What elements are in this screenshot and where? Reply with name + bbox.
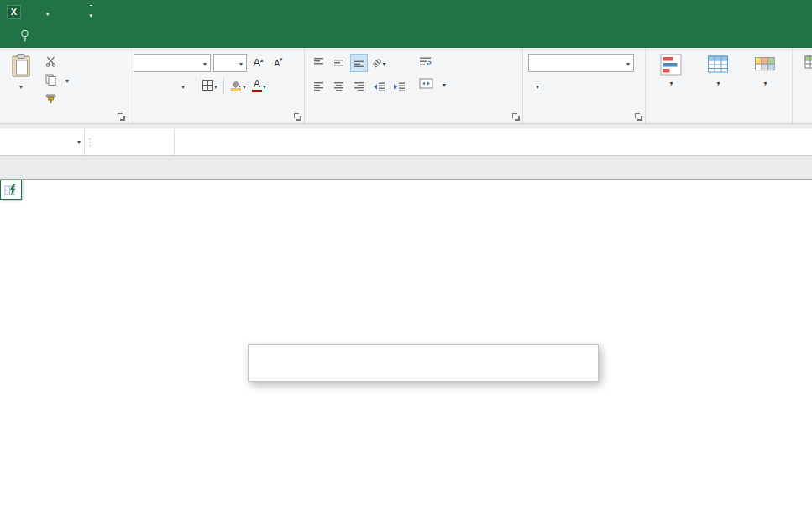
chevron-down-icon: [90, 8, 93, 19]
wrap-text-icon: [419, 56, 432, 67]
number-format-combobox[interactable]: [528, 54, 634, 72]
font-size-combobox[interactable]: [213, 54, 247, 72]
decrease-font-icon: [274, 56, 282, 68]
underline-button[interactable]: [174, 76, 191, 95]
increase-font-size-button[interactable]: [249, 54, 267, 72]
align-right-button[interactable]: [350, 78, 368, 96]
quick-access-toolbar: [7, 0, 92, 23]
decrease-indent-button[interactable]: [370, 78, 388, 96]
decrease-decimal-button[interactable]: [609, 76, 626, 95]
ribbon: [0, 48, 812, 124]
insert-cells-button[interactable]: [794, 50, 812, 76]
top-align-button[interactable]: [310, 54, 327, 72]
top-align-icon: [312, 57, 325, 68]
alignment-dialog-launcher[interactable]: [511, 112, 521, 122]
format-as-table-button[interactable]: [694, 50, 741, 88]
bold-button[interactable]: [134, 76, 151, 95]
paste-dropdown-arrow-icon: [18, 81, 23, 91]
customize-quick-access-button[interactable]: [90, 5, 93, 19]
cut-button[interactable]: [42, 52, 72, 70]
middle-align-icon: [333, 57, 345, 68]
clipboard-group: [0, 48, 128, 123]
cells-group-partial: [793, 48, 812, 123]
column-headers: [0, 163, 812, 180]
separator: [196, 77, 196, 94]
font-name-combobox[interactable]: [134, 54, 211, 72]
align-left-icon: [312, 81, 325, 92]
formula-grid-gap: [0, 156, 812, 163]
cell-styles-button[interactable]: [741, 50, 788, 88]
align-center-button[interactable]: [330, 78, 348, 96]
excel-app-icon[interactable]: [7, 5, 21, 19]
clipboard-dialog-launcher[interactable]: [117, 112, 126, 122]
bottom-align-icon: [353, 57, 365, 68]
chevron-down-icon: [77, 128, 81, 155]
align-left-button[interactable]: [310, 78, 327, 96]
chevron-down-icon: [535, 80, 539, 91]
lightbulb-icon: [20, 29, 29, 42]
chevron-down-icon: [668, 77, 673, 88]
font-group: [128, 48, 305, 123]
titlebar: [0, 0, 812, 23]
increase-decimal-button[interactable]: [589, 76, 606, 95]
formula-bar-resize-handle[interactable]: [84, 128, 95, 155]
format-as-table-icon: [707, 54, 729, 76]
percent-style-button[interactable]: [548, 76, 566, 95]
orientation-button[interactable]: [370, 54, 388, 72]
tell-me-box[interactable]: [20, 23, 35, 48]
conditional-formatting-button[interactable]: [647, 50, 694, 88]
merge-center-button[interactable]: [416, 73, 449, 94]
number-dialog-launcher[interactable]: [634, 112, 643, 122]
increase-font-icon: [253, 56, 263, 69]
format-painter-icon: [45, 93, 57, 104]
quick-analysis-button[interactable]: [0, 180, 22, 200]
chevron-down-icon: [442, 79, 446, 89]
spreadsheet: [0, 163, 812, 516]
comma-style-button[interactable]: [568, 76, 586, 95]
separator: [223, 77, 224, 94]
redo-button[interactable]: [45, 6, 50, 18]
bottom-align-button[interactable]: [350, 54, 368, 72]
decrease-indent-icon: [373, 81, 385, 92]
fill-color-button[interactable]: [228, 76, 248, 95]
number-group: [523, 48, 646, 123]
chevron-down-icon: [623, 57, 633, 69]
accounting-format-button[interactable]: [528, 76, 546, 95]
styles-group: [646, 48, 793, 123]
name-box[interactable]: [0, 128, 84, 155]
ribbon-tab-bar: [0, 23, 812, 48]
window-title: [0, 0, 812, 23]
copy-icon: [45, 74, 56, 86]
middle-align-button[interactable]: [330, 54, 348, 72]
chevron-down-icon: [262, 80, 266, 91]
chevron-down-icon: [181, 80, 185, 91]
chevron-down-icon: [213, 80, 217, 91]
font-dialog-launcher[interactable]: [293, 112, 302, 122]
insert-cells-icon: [804, 53, 812, 73]
excel-window: [0, 0, 812, 516]
chevron-down-icon: [762, 77, 767, 88]
font-color-button[interactable]: [250, 76, 268, 95]
copy-dropdown-arrow-icon: [65, 75, 69, 85]
decrease-font-size-button[interactable]: [270, 54, 287, 72]
merge-center-icon: [419, 78, 433, 89]
paste-button[interactable]: [2, 50, 39, 107]
italic-button[interactable]: [154, 76, 171, 95]
borders-icon: [202, 80, 213, 91]
increase-indent-button[interactable]: [390, 78, 408, 96]
wrap-text-button[interactable]: [416, 51, 449, 72]
fill-color-icon: [230, 80, 242, 91]
redo-dropdown-arrow-icon: [46, 6, 50, 18]
conditional-formatting-icon: [660, 54, 682, 76]
align-center-icon: [333, 81, 345, 92]
chevron-down-icon: [236, 57, 246, 69]
paste-icon: [10, 53, 32, 78]
borders-button[interactable]: [201, 76, 219, 95]
chevron-down-icon: [242, 80, 246, 91]
chevron-down-icon: [200, 57, 210, 69]
copy-button[interactable]: [42, 70, 72, 89]
cell-styles-icon: [754, 54, 776, 76]
format-painter-button[interactable]: [42, 89, 72, 107]
font-color-icon: [252, 79, 262, 92]
formula-bar-strip: [0, 124, 812, 156]
